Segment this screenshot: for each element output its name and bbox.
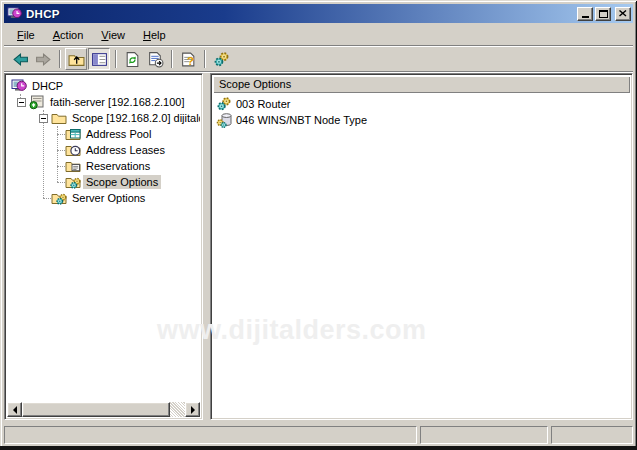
menu-view[interactable]: View: [92, 26, 134, 44]
export-list-button[interactable]: [144, 48, 166, 70]
tree-item-reservations: Reservations: [7, 158, 200, 174]
tree-item-server-options: Server Options: [7, 190, 200, 206]
expander[interactable]: [35, 110, 51, 126]
dhcp-console-window: DHCP File Action View Help: [0, 0, 637, 450]
expander[interactable]: [13, 94, 29, 110]
collapse-icon: [17, 98, 26, 107]
gears-icon: [216, 96, 232, 112]
menu-file[interactable]: File: [8, 26, 44, 44]
title-bar[interactable]: DHCP: [4, 4, 633, 23]
toolbar: [4, 47, 633, 72]
pane-splitter[interactable]: [203, 73, 210, 420]
dhcp-app-icon: [7, 6, 22, 21]
console-tree: DHCP fatih-server [192.168.2.100] Scope …: [7, 76, 200, 402]
tree-connector: [57, 126, 65, 135]
scrollbar-track[interactable]: [170, 402, 185, 417]
status-section-3: [551, 426, 633, 444]
close-button[interactable]: [615, 7, 631, 21]
content-area: DHCP fatih-server [192.168.2.100] Scope …: [4, 73, 633, 420]
tree-item-scope: Scope [192.168.2.0] dijitald: [7, 110, 200, 126]
tree-item-address-leases: Address Leases: [7, 142, 200, 158]
scroll-left-button[interactable]: [7, 402, 22, 417]
maximize-icon: [599, 10, 608, 18]
console-tree-icon: [91, 51, 108, 68]
tree-label[interactable]: DHCP: [29, 79, 66, 93]
options-folder-icon: [51, 190, 67, 206]
forward-button[interactable]: [32, 48, 54, 70]
dhcp-actions-button[interactable]: [210, 48, 232, 70]
dhcp-console-icon: [11, 78, 27, 94]
tree-connector: [57, 142, 65, 151]
tree-label[interactable]: Reservations: [83, 159, 153, 173]
scroll-left-icon: [9, 406, 17, 414]
list-item-router[interactable]: 003 Router: [213, 96, 630, 112]
status-section-2: [420, 426, 548, 444]
options-list: 003 Router 046 WINS/NBT Node Type: [213, 96, 630, 128]
options-folder-icon: [65, 174, 81, 190]
tree-label[interactable]: fatih-server [192.168.2.100]: [47, 95, 188, 109]
tree-label[interactable]: Address Pool: [83, 127, 154, 141]
list-item-label: 046 WINS/NBT Node Type: [236, 114, 367, 126]
window-title: DHCP: [26, 8, 575, 20]
column-header-scope-options[interactable]: Scope Options: [213, 76, 630, 93]
toolbar-separator: [204, 50, 206, 68]
forward-arrow-icon: [35, 51, 52, 68]
export-list-icon: [147, 51, 164, 68]
tree-item-scope-options: Scope Options: [7, 174, 200, 190]
gears-icon: [213, 51, 230, 68]
tree-item-address-pool: Address Pool: [7, 126, 200, 142]
tree-connector: [43, 190, 51, 199]
console-tree-pane: DHCP fatih-server [192.168.2.100] Scope …: [4, 73, 203, 420]
reservations-icon: [65, 158, 81, 174]
address-pool-icon: [65, 126, 81, 142]
toolbar-separator: [59, 50, 61, 68]
refresh-button[interactable]: [121, 48, 143, 70]
minimize-button[interactable]: [577, 7, 593, 21]
menu-help[interactable]: Help: [134, 26, 175, 44]
minimize-icon: [582, 16, 589, 18]
scrollbar-thumb[interactable]: [22, 402, 170, 417]
horizontal-scrollbar[interactable]: [7, 402, 200, 417]
results-pane: Scope Options 003 Router 046 WINS/NBT No…: [210, 73, 633, 420]
tree-label[interactable]: Server Options: [69, 191, 148, 205]
refresh-icon: [124, 51, 141, 68]
address-leases-icon: [65, 142, 81, 158]
server-icon: [29, 94, 45, 110]
tree-label[interactable]: Address Leases: [83, 143, 168, 157]
show-hide-console-tree-button[interactable]: [88, 48, 110, 70]
maximize-button[interactable]: [595, 7, 611, 21]
folder-icon: [51, 110, 67, 126]
toolbar-separator: [171, 50, 173, 68]
status-section-main: [4, 426, 417, 444]
scroll-right-icon: [191, 406, 199, 414]
list-item-label: 003 Router: [236, 98, 290, 110]
tree-connector: [57, 158, 65, 167]
back-arrow-icon: [12, 51, 29, 68]
close-icon: [619, 10, 627, 17]
tree-item-server: fatih-server [192.168.2.100]: [7, 94, 200, 110]
collapse-icon: [39, 114, 48, 123]
up-one-level-button[interactable]: [65, 48, 87, 70]
database-gears-icon: [216, 112, 232, 128]
toolbar-separator: [115, 50, 117, 68]
window-bottom-edge: [0, 446, 637, 450]
status-bar: [4, 424, 633, 444]
menu-bar: File Action View Help: [4, 25, 633, 46]
list-item-wins-nbt[interactable]: 046 WINS/NBT Node Type: [213, 112, 630, 128]
tree-item-dhcp-root: DHCP: [7, 78, 200, 94]
scroll-right-button[interactable]: [185, 402, 200, 417]
tree-label-selected[interactable]: Scope Options: [83, 175, 161, 189]
up-folder-icon: [68, 51, 85, 68]
back-button[interactable]: [9, 48, 31, 70]
help-icon: [180, 51, 197, 68]
menu-action[interactable]: Action: [44, 26, 93, 44]
help-button[interactable]: [177, 48, 199, 70]
tree-label[interactable]: Scope [192.168.2.0] dijitald: [69, 111, 200, 125]
tree-connector: [57, 174, 65, 183]
